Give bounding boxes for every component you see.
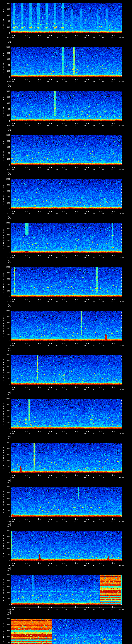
date-line-year: 2015 [7,218,11,219]
x-start-time-label: 5:37:00 [7,388,14,390]
x-end-time-label: 38:00 [119,388,124,390]
x-tick-label: 50 [102,81,104,82]
spectrogram-panel: Frequency (Hz)020040060080010005:34:0035… [0,220,132,264]
y-tick-label: 200 [7,466,10,468]
x-tick-label: 55 [112,300,114,302]
y-tick-label: 200 [7,290,10,292]
y-tick-label: 200 [7,554,10,556]
y-tick-label: 800 [7,140,10,142]
y-axis-title: Frequency (Hz) [2,271,4,293]
date-line-year: 2015 [7,394,11,395]
x-tick-label: 40 [84,564,86,566]
x-tick-label: 20 [47,388,49,390]
y-tick-label: 400 [7,504,10,506]
y-tick-label: 600 [7,190,10,192]
x-end-time-label: 37:00 [119,344,124,346]
x-tick-label: 25 [56,608,58,610]
y-tick-label: 200 [7,510,10,512]
x-tick-label: 20 [47,564,49,566]
y-tick-label: 1000 [6,178,10,180]
x-tick-label: 5 [20,344,20,346]
y-tick-label: 0 [9,76,10,78]
x-tick-label: 30 [65,388,67,390]
x-tick-label: 25 [56,476,58,478]
x-tick-label: 40 [84,37,86,38]
y-tick-label: 800 [7,360,10,362]
y-tick-label: 800 [7,316,10,318]
x-tick-label: 15 [38,388,40,390]
y-tick-label: 400 [7,108,10,110]
x-tick-label: 30 [65,432,67,434]
y-tick-label: 600 [7,586,10,588]
y-tick-label: 800 [7,536,10,538]
spectrogram-panel: Frequency (Hz)020040060080010005:30:0031… [0,44,132,88]
x-tick-label: 10 [28,81,30,82]
x-tick-label: 5 [20,37,20,38]
x-tick-label: 55 [112,520,114,522]
x-start-time-label: 5:33:00 [7,213,14,214]
x-tick-label: 35 [74,169,76,170]
x-tick-label: 30 [65,125,67,126]
y-axis-title: Frequency (Hz) [2,139,4,161]
x-tick-label: 20 [47,213,49,214]
x-tick-label: 15 [38,213,40,214]
y-tick-label: 800 [7,272,10,274]
x-tick-label: 45 [93,520,95,522]
x-tick-label: 50 [102,564,104,566]
x-end-time-label: 36:00 [119,300,124,302]
y-tick-label: 1000 [6,398,10,400]
y-tick-label: 400 [7,328,10,330]
x-tick-label: 35 [74,81,76,82]
x-tick-label: 55 [112,564,114,566]
x-tick-label: 5 [20,169,20,170]
x-tick-label: 35 [74,388,76,390]
y-tick-label: 0 [9,208,10,210]
y-tick-label: 400 [7,416,10,418]
x-tick-label: 50 [102,256,104,258]
x-tick-label: 25 [56,300,58,302]
x-tick-label: 35 [74,213,76,214]
x-tick-label: 45 [93,213,95,214]
y-tick-label: 400 [7,152,10,154]
x-tick-label: 45 [93,476,95,478]
x-tick-label: 40 [84,256,86,258]
y-tick-label: 0 [9,516,10,518]
date-line-year: 2015 [7,86,11,88]
x-tick-label: 10 [28,37,30,38]
x-tick-label: 15 [38,256,40,258]
x-tick-label: 40 [84,388,86,390]
x-tick-label: 45 [93,37,95,38]
y-tick-label: 200 [7,422,10,424]
x-end-time-label: 39:00 [119,432,124,434]
date-line-year: 2015 [7,350,11,351]
y-tick-label: 600 [7,542,10,544]
x-tick-label: 25 [56,344,58,346]
y-tick-label: 0 [9,120,10,122]
x-tick-label: 20 [47,432,49,434]
x-start-time-label: 5:35:00 [7,300,14,302]
x-tick-label: 50 [102,37,104,38]
y-tick-label: 600 [7,630,10,632]
y-tick-label: 800 [7,404,10,406]
x-tick-label: 55 [112,81,114,82]
y-tick-label: 800 [7,228,10,230]
x-tick-label: 45 [93,344,95,346]
x-tick-label: 20 [47,37,49,38]
x-tick-label: 10 [28,300,30,302]
x-tick-label: 25 [56,564,58,566]
x-tick-label: 15 [38,37,40,38]
y-tick-label: 600 [7,278,10,280]
x-tick-label: 45 [93,388,95,390]
x-tick-label: 15 [38,169,40,170]
x-tick-label: 55 [112,608,114,610]
x-tick-label: 45 [93,564,95,566]
x-tick-label: 30 [65,37,67,38]
x-tick-label: 40 [84,169,86,170]
x-tick-label: 25 [56,37,58,38]
x-start-time-label: 5:36:00 [7,344,14,346]
x-tick-label: 10 [28,476,30,478]
x-tick-label: 45 [93,256,95,258]
y-tick-label: 200 [7,114,10,116]
x-tick-label: 55 [112,476,114,478]
y-axis-title: Frequency (Hz) [2,183,4,205]
